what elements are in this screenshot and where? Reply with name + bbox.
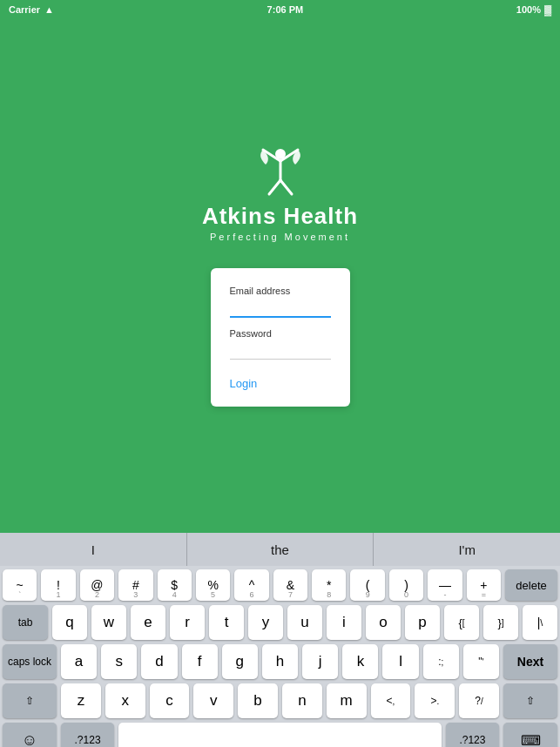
- logo-icon: [250, 145, 311, 198]
- num123-right-key[interactable]: .?123: [446, 723, 500, 747]
- login-button[interactable]: Login: [230, 377, 258, 390]
- status-bar: Carrier ▲ 7:06 PM 100% ▓: [0, 0, 560, 19]
- key-backslash[interactable]: |\: [523, 605, 557, 640]
- logo-area: Atkins Health Perfecting Movement: [202, 145, 358, 242]
- svg-line-4: [269, 180, 280, 194]
- key-k[interactable]: k: [342, 644, 378, 679]
- key-caret[interactable]: ^6: [234, 569, 268, 601]
- battery-icon: ▓: [544, 4, 551, 15]
- delete-key[interactable]: delete: [505, 569, 557, 601]
- key-g[interactable]: g: [222, 644, 258, 679]
- key-l[interactable]: l: [382, 644, 418, 679]
- logo-text: Atkins Health: [202, 203, 358, 230]
- bottom-row: ☺ .?123 .?123 ⌨: [3, 723, 557, 747]
- key-rparen[interactable]: )0: [389, 569, 423, 601]
- key-s[interactable]: s: [101, 644, 137, 679]
- left-shift-key[interactable]: ⇧: [3, 683, 57, 718]
- key-comma[interactable]: <,: [371, 683, 411, 718]
- key-x[interactable]: x: [105, 683, 145, 718]
- key-v[interactable]: v: [193, 683, 233, 718]
- status-right: 100% ▓: [516, 4, 551, 15]
- key-at[interactable]: @2: [80, 569, 114, 601]
- autocomplete-the[interactable]: the: [187, 533, 374, 566]
- key-amp[interactable]: &7: [273, 569, 307, 601]
- key-semicolon[interactable]: :;: [423, 644, 459, 679]
- emoji-key[interactable]: ☺: [3, 723, 57, 747]
- key-u[interactable]: u: [287, 605, 322, 640]
- key-q[interactable]: q: [52, 605, 87, 640]
- carrier-label: Carrier: [9, 4, 40, 15]
- login-card: Email address Password Login: [211, 268, 350, 407]
- key-e[interactable]: e: [131, 605, 165, 640]
- wifi-icon: ▲: [44, 4, 54, 15]
- key-lparen[interactable]: (9: [350, 569, 384, 601]
- key-t[interactable]: t: [209, 605, 244, 640]
- key-slash[interactable]: ?/: [459, 683, 499, 718]
- key-b[interactable]: b: [238, 683, 278, 718]
- key-percent[interactable]: %5: [196, 569, 230, 601]
- next-key[interactable]: Next: [503, 644, 557, 679]
- key-h[interactable]: h: [262, 644, 298, 679]
- keys-area: ~` !1 @2 #3 $4 %5 ^6 &7 *8 (9 )0 —- += d…: [0, 566, 560, 747]
- key-dash[interactable]: —-: [428, 569, 462, 601]
- key-p[interactable]: p: [405, 605, 440, 640]
- autocomplete-im[interactable]: I'm: [374, 533, 560, 566]
- caps-lock-key[interactable]: caps lock: [3, 644, 57, 679]
- key-o[interactable]: o: [366, 605, 401, 640]
- keyboard-area: I the I'm ~` !1 @2 #3 $4 %5 ^6 &7 *8 (9 …: [0, 533, 560, 747]
- status-time: 7:06 PM: [267, 4, 304, 15]
- svg-line-5: [280, 180, 292, 194]
- password-input[interactable]: [230, 342, 331, 360]
- right-shift-key[interactable]: ⇧: [503, 683, 557, 718]
- main-area: Atkins Health Perfecting Movement Email …: [0, 19, 560, 533]
- key-c[interactable]: c: [150, 683, 190, 718]
- battery-label: 100%: [516, 4, 541, 15]
- key-dollar[interactable]: $4: [158, 569, 192, 601]
- key-f[interactable]: f: [182, 644, 218, 679]
- key-y[interactable]: y: [248, 605, 283, 640]
- status-left: Carrier ▲: [9, 4, 54, 15]
- autocomplete-bar: I the I'm: [0, 533, 560, 566]
- key-i[interactable]: i: [327, 605, 361, 640]
- key-m[interactable]: m: [327, 683, 367, 718]
- letter-row-1: tab q w e r t y u i o p {[ }] |\: [3, 605, 557, 640]
- space-key[interactable]: [118, 723, 441, 747]
- key-rbracket[interactable]: }]: [483, 605, 518, 640]
- email-group: Email address: [230, 286, 331, 318]
- key-exclaim[interactable]: !1: [41, 569, 75, 601]
- email-input[interactable]: [230, 299, 331, 318]
- number-row: ~` !1 @2 #3 $4 %5 ^6 &7 *8 (9 )0 —- += d…: [3, 569, 557, 601]
- tab-key[interactable]: tab: [3, 605, 48, 640]
- logo-subtitle: Perfecting Movement: [210, 232, 350, 242]
- key-tilde[interactable]: ~`: [3, 569, 37, 601]
- hide-keyboard-key[interactable]: ⌨: [503, 723, 557, 747]
- key-quote[interactable]: "': [463, 644, 499, 679]
- key-w[interactable]: w: [91, 605, 126, 640]
- key-star[interactable]: *8: [312, 569, 346, 601]
- key-lbracket[interactable]: {[: [444, 605, 479, 640]
- key-j[interactable]: j: [302, 644, 338, 679]
- password-label: Password: [230, 328, 331, 339]
- num123-left-key[interactable]: .?123: [61, 723, 115, 747]
- key-d[interactable]: d: [141, 644, 177, 679]
- key-hash[interactable]: #3: [118, 569, 152, 601]
- key-n[interactable]: n: [282, 683, 322, 718]
- email-label: Email address: [230, 286, 331, 296]
- key-r[interactable]: r: [170, 605, 205, 640]
- key-z[interactable]: z: [61, 683, 101, 718]
- key-plus[interactable]: +=: [467, 569, 501, 601]
- password-group: Password: [230, 328, 331, 360]
- key-period[interactable]: >.: [415, 683, 455, 718]
- autocomplete-i[interactable]: I: [0, 533, 187, 566]
- letter-row-3: ⇧ z x c v b n m <, >. ?/ ⇧: [3, 683, 557, 718]
- key-a[interactable]: a: [61, 644, 97, 679]
- letter-row-2: caps lock a s d f g h j k l :; "' Next: [3, 644, 557, 679]
